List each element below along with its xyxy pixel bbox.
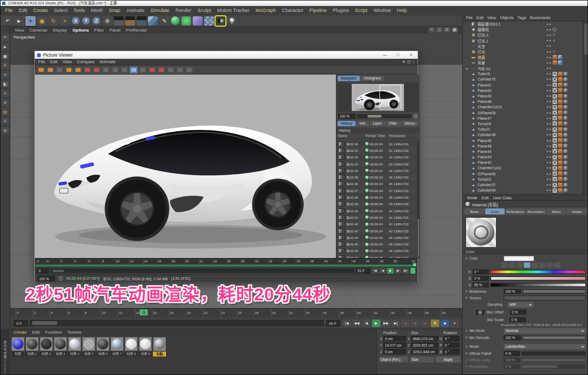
material-menu-item[interactable]: Texture [68,330,82,335]
mix-strength-field[interactable]: 100 % [504,335,521,340]
visibility-dots[interactable] [547,173,551,175]
tools-strip-icon[interactable]: ◎ [2,127,9,134]
viewport-menu-item[interactable]: ProRender [126,28,147,33]
phong-tag-icon[interactable] [558,83,562,87]
last-tool-icon[interactable]: + [60,16,70,26]
add-cube-icon[interactable] [148,16,158,26]
pv-filter-icon[interactable]: ▼ [402,60,406,64]
pv-grid-3-icon[interactable] [185,66,193,73]
timeline-scrollbar[interactable] [30,320,324,326]
phong-tag-icon[interactable] [558,105,562,109]
visibility-dots[interactable] [547,84,551,86]
ball-tag-icon[interactable] [564,77,568,82]
object-name[interactable]: Cylinder38 [477,133,495,137]
pv-frame-slider-handle[interactable] [52,270,64,272]
ball-tag-icon[interactable] [564,83,568,87]
saturation-slider[interactable] [491,276,586,280]
phong-tag-icon[interactable] [558,116,562,120]
visibility-dots[interactable] [547,73,551,75]
object-name[interactable]: Plane46 [477,139,492,143]
ball-tag-icon[interactable] [564,183,568,187]
value-slider[interactable] [491,283,586,287]
pv-grid-1-icon[interactable] [167,66,175,73]
object-name[interactable]: Torus03 [477,177,491,181]
x-tag-icon[interactable] [553,105,557,109]
toggle-panels-icon[interactable]: ▦ [451,27,458,33]
mix-strength-toggle[interactable] [465,336,468,339]
phong-tag-icon[interactable] [558,138,562,143]
hue-field[interactable]: 0 ° [473,269,489,274]
material-tab[interactable]: Assign [567,208,587,214]
phong-tag-icon[interactable] [558,110,562,115]
menu-item[interactable]: Select [54,8,68,13]
pv-save-as-icon[interactable] [56,66,64,73]
x-tag-icon[interactable] [553,77,557,82]
next-frame-icon[interactable]: ▶▶ [382,319,390,327]
visibility-dots[interactable] [547,23,551,25]
object-name[interactable]: Plane49 [477,94,492,98]
history-row[interactable]: 车02.37 00:00:24 37 1280x720 [336,187,417,194]
model-toggle[interactable] [465,346,468,348]
history-row[interactable]: 车02.45 00:00:25 45 1280x720 [336,241,417,247]
object-row[interactable]: 天空 [463,44,588,49]
mograph-icon[interactable] [181,16,191,26]
menu-item[interactable]: Character [282,8,304,13]
x-tag-icon[interactable] [553,110,557,115]
menu-item[interactable]: Motion Tracker [217,8,250,13]
history-row[interactable]: 车02.46 00:00:25 46 1280x720 [336,248,417,254]
lock-z-axis-icon[interactable]: Z [92,16,101,25]
sidebar-tab[interactable]: Histogram [360,76,384,81]
phong-tag-icon[interactable] [558,166,562,170]
visibility-dots[interactable] [547,134,551,136]
material-preview-sphere[interactable] [465,217,497,248]
record-scale-icon[interactable]: ● [421,319,430,327]
phong-tag-icon[interactable] [558,88,562,93]
material-tab[interactable]: Illumination [526,208,546,214]
visibility-dots[interactable] [547,106,551,108]
object-row[interactable]: Plane49 [463,93,588,99]
pv-goto-end-icon[interactable]: ▶| [402,268,409,274]
kelvin-picker-icon[interactable] [539,262,546,268]
x-tag-icon[interactable] [553,116,557,120]
modes-icon[interactable]: ≡ [2,118,9,125]
add-generator-icon[interactable] [171,16,180,25]
visibility-dots[interactable] [547,101,551,102]
pv-menu-item[interactable]: Compare [77,59,95,64]
wheel-picker-icon[interactable] [501,262,507,268]
prev-key-icon[interactable]: ◀◀ [352,319,361,327]
object-row[interactable]: 摄影棚.RS3.1 [463,21,588,27]
timeline-ruler[interactable]: 0246810121416182022242628303234363840424… [10,308,462,317]
color-section-header[interactable]: Color [463,249,588,255]
menu-item[interactable]: Snap [109,8,120,13]
history-row[interactable]: 车02.40 00:00:24 40 1280x720 [336,207,417,214]
ball-tag-icon[interactable] [564,121,568,126]
object-name[interactable]: Plane43 [477,155,492,159]
menu-item[interactable]: Render [175,8,192,13]
visibility-dots[interactable] [547,112,551,114]
pv-set-b-icon[interactable] [93,66,101,73]
object-name[interactable]: Plane60 [477,89,492,93]
object-row[interactable]: 灯光.1 ✓ [463,38,588,44]
object-name[interactable]: 地面 [477,54,485,60]
model-dropdown[interactable]: Lambertian [504,344,586,349]
object-row[interactable]: ChamferCyl11 [463,165,588,171]
selection-strip-icon[interactable]: ► [2,44,9,51]
menu-item[interactable]: Plugins [333,8,349,13]
range-end-field[interactable]: 90 F [326,320,340,327]
sketch-tool-icon[interactable]: ✎ [2,62,9,69]
enabled-check-icon[interactable]: ✓ [553,39,556,43]
pv-layout-quad-icon[interactable] [120,66,128,73]
ball-tag-icon[interactable] [564,88,568,93]
viewport-menu-item[interactable]: Cameras [29,28,47,33]
position-field[interactable]: 0 cm [383,336,406,341]
zoom-view-icon[interactable]: ◇ [436,27,443,33]
phong-tag-icon[interactable] [558,177,562,181]
visibility-dots[interactable] [547,29,551,30]
material-swatch[interactable]: 材质.8 [125,337,138,356]
visibility-dots[interactable] [547,140,551,142]
texture-path-field[interactable] [504,296,586,300]
om-menu-item[interactable]: Bookmarks [530,15,550,20]
object-name[interactable]: 灯光.1 [477,38,488,44]
sampling-dropdown[interactable]: MIP [507,302,534,308]
phong-tag-icon[interactable] [558,72,562,76]
